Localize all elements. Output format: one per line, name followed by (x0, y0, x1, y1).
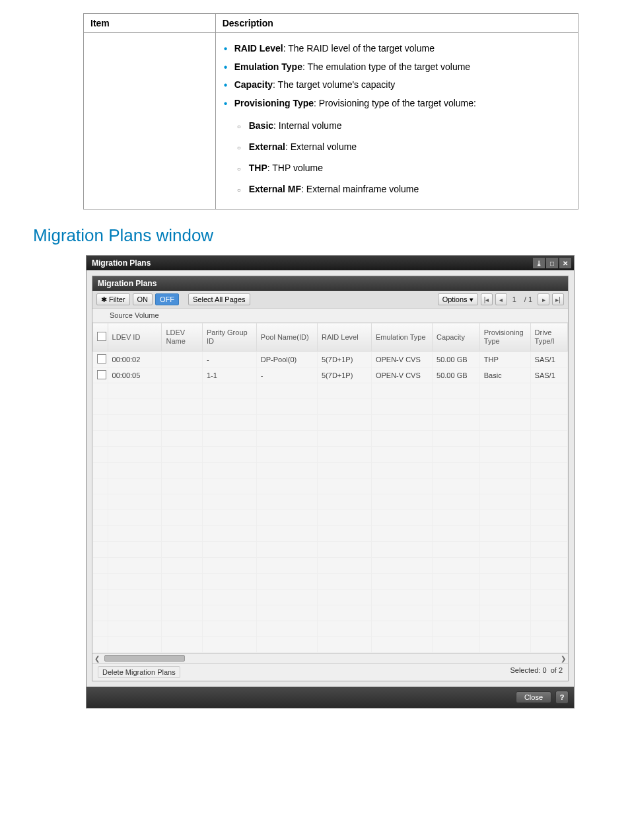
scroll-thumb[interactable] (104, 655, 185, 662)
status-bar: Delete Migration Plans Selected: 0 of 2 (92, 663, 568, 681)
column-header[interactable]: Parity Group ID (202, 323, 256, 352)
column-header[interactable]: Drive Type/I (530, 323, 567, 352)
of-label: of (551, 666, 557, 678)
sub-bullet-item: Basic: Internal volume (237, 120, 571, 131)
page-total: / 1 (522, 295, 535, 303)
table-row (93, 383, 568, 399)
prev-page-icon[interactable]: ◂ (495, 293, 507, 305)
column-header[interactable]: Provisioning Type (479, 323, 530, 352)
column-header[interactable]: LDEV Name (162, 323, 202, 352)
column-header[interactable]: LDEV ID (108, 323, 162, 352)
bullet-item: Emulation Type: The emulation type of th… (223, 61, 571, 74)
cell: SAS/1 (530, 352, 567, 367)
sub-bullet-item: External: External volume (237, 141, 571, 152)
cell: - (202, 352, 256, 367)
cell: 50.00 GB (433, 352, 480, 367)
column-header[interactable]: RAID Level (317, 323, 371, 352)
cell: 5(7D+1P) (317, 367, 371, 383)
last-page-icon[interactable]: ▸| (552, 293, 564, 305)
table-row (93, 605, 568, 621)
modal-titlebar: Migration Plans ⤓ □ ✕ (87, 256, 574, 270)
sub-bullet-item: External MF: External mainframe volume (237, 184, 571, 194)
maximize-icon[interactable]: □ (546, 258, 558, 268)
cell: OPEN-V CVS (371, 367, 432, 383)
cell: THP (479, 352, 530, 367)
toolbar: ✱ Filter ON OFF Select All Pages Options… (92, 291, 568, 309)
table-row (93, 431, 568, 447)
cell: 00:00:02 (108, 352, 162, 367)
migration-plans-modal: Migration Plans ⤓ □ ✕ Migration Plans ✱ … (86, 255, 575, 708)
cell (162, 352, 202, 367)
close-icon[interactable]: ✕ (559, 258, 571, 268)
scroll-right-icon[interactable]: ❯ (559, 654, 568, 662)
modal-footer: Close ? (87, 687, 574, 708)
item-cell (84, 33, 216, 210)
header-checkbox[interactable] (93, 323, 108, 352)
table-row (93, 463, 568, 478)
scroll-left-icon[interactable]: ❮ (92, 654, 102, 662)
off-button[interactable]: OFF (155, 293, 179, 305)
modal-title: Migration Plans (92, 258, 151, 268)
column-header[interactable]: Pool Name(ID) (256, 323, 317, 352)
table-row (93, 447, 568, 463)
total-count: 2 (559, 666, 563, 678)
column-header[interactable]: Capacity (433, 323, 480, 352)
selected-count: 0 (542, 666, 546, 678)
data-grid: LDEV IDLDEV NameParity Group IDPool Name… (92, 323, 568, 663)
sub-bullet-list: Basic: Internal volumeExternal: External… (237, 120, 571, 194)
row-checkbox[interactable] (93, 352, 108, 367)
grid-body: 00:00:02-DP-Pool(0)5(7D+1P)OPEN-V CVS50.… (93, 352, 568, 653)
cell: Basic (479, 367, 530, 383)
snap-icon[interactable]: ⤓ (533, 258, 545, 268)
table-row (93, 494, 568, 510)
cell: DP-Pool(0) (256, 352, 317, 367)
table-row (93, 526, 568, 542)
cell (162, 367, 202, 383)
column-header[interactable]: Emulation Type (371, 323, 432, 352)
col-item: Item (84, 14, 216, 33)
section-title: Migration Plans window (33, 225, 597, 246)
cell: 5(7D+1P) (317, 352, 371, 367)
table-row (93, 542, 568, 558)
next-page-icon[interactable]: ▸ (538, 293, 549, 305)
horizontal-scrollbar[interactable]: ❮ ❯ (92, 653, 568, 663)
options-dropdown[interactable]: Options ▾ (438, 293, 478, 305)
cell: SAS/1 (530, 367, 567, 383)
bullet-item: RAID Level: The RAID level of the target… (223, 42, 571, 56)
desc-cell: RAID Level: The RAID level of the target… (215, 33, 578, 210)
table-row (93, 590, 568, 605)
table-row (93, 415, 568, 431)
table-row (93, 637, 568, 653)
cell: - (256, 367, 317, 383)
table-row (93, 574, 568, 590)
bullet-item: Capacity: The target volume's capacity (223, 79, 571, 92)
delete-migration-plans-button[interactable]: Delete Migration Plans (98, 666, 180, 678)
table-row[interactable]: 00:00:051-1-5(7D+1P)OPEN-V CVS50.00 GBBa… (93, 367, 568, 383)
cell: 50.00 GB (433, 367, 480, 383)
table-row (93, 621, 568, 637)
close-button[interactable]: Close (516, 691, 551, 703)
col-desc: Description (215, 14, 578, 33)
cell: 00:00:05 (108, 367, 162, 383)
row-checkbox[interactable] (93, 367, 108, 383)
bullet-list: RAID Level: The RAID level of the target… (223, 42, 571, 110)
table-row[interactable]: 00:00:02-DP-Pool(0)5(7D+1P)OPEN-V CVS50.… (93, 352, 568, 367)
on-button[interactable]: ON (133, 293, 153, 305)
filter-button[interactable]: ✱ Filter (96, 293, 130, 305)
grid-subheader: Source Volume (92, 309, 568, 323)
bullet-item: Provisioning Type: Provisioning type of … (223, 97, 571, 110)
table-row (93, 558, 568, 574)
table-row (93, 399, 568, 415)
cell: OPEN-V CVS (371, 352, 432, 367)
sub-bullet-item: THP: THP volume (237, 163, 571, 173)
description-table: Item Description RAID Level: The RAID le… (83, 13, 578, 210)
cell: 1-1 (202, 367, 256, 383)
selected-label: Selected: (510, 666, 540, 678)
panel-frame: Migration Plans ✱ Filter ON OFF Select A… (92, 276, 569, 681)
panel-header: Migration Plans (92, 276, 568, 291)
select-all-pages-button[interactable]: Select All Pages (188, 293, 250, 305)
first-page-icon[interactable]: |◂ (481, 293, 493, 305)
table-row (93, 510, 568, 526)
table-row (93, 478, 568, 494)
help-button[interactable]: ? (555, 691, 569, 704)
